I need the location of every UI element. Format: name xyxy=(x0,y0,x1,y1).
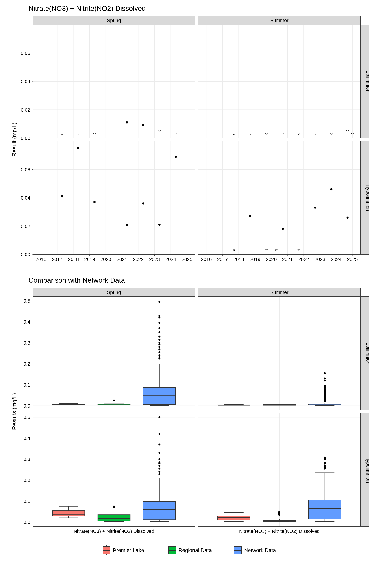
svg-text:0.2: 0.2 xyxy=(23,361,30,367)
svg-point-56 xyxy=(175,156,177,158)
svg-text:Spring: Spring xyxy=(107,18,121,23)
svg-point-53 xyxy=(126,224,128,226)
svg-text:2019: 2019 xyxy=(84,257,95,262)
svg-text:0.00: 0.00 xyxy=(21,252,30,257)
svg-rect-243 xyxy=(98,515,130,521)
svg-text:Regional Data: Regional Data xyxy=(178,547,212,553)
svg-point-50 xyxy=(61,195,63,198)
svg-point-254 xyxy=(158,471,160,473)
svg-text:0.4: 0.4 xyxy=(23,436,30,441)
svg-point-261 xyxy=(158,443,160,445)
svg-point-263 xyxy=(158,416,160,418)
svg-text:Network Data: Network Data xyxy=(244,547,276,553)
svg-point-361 xyxy=(324,458,326,460)
svg-text:0.1: 0.1 xyxy=(23,382,30,388)
svg-point-55 xyxy=(158,224,161,226)
svg-point-253 xyxy=(158,473,160,475)
svg-text:Result (mg/L): Result (mg/L) xyxy=(11,122,17,157)
svg-point-189 xyxy=(113,400,115,401)
svg-point-256 xyxy=(158,465,160,467)
svg-point-201 xyxy=(158,346,160,348)
svg-text:2025: 2025 xyxy=(182,257,192,262)
svg-text:Summer: Summer xyxy=(270,290,288,295)
svg-point-205 xyxy=(158,335,160,337)
svg-point-210 xyxy=(158,315,160,317)
svg-point-323 xyxy=(324,372,326,374)
svg-text:Epilimnion: Epilimnion xyxy=(365,70,369,93)
svg-text:2024: 2024 xyxy=(331,257,341,262)
svg-point-259 xyxy=(158,458,160,460)
svg-point-211 xyxy=(158,301,160,303)
svg-text:2017: 2017 xyxy=(217,257,228,262)
svg-text:Nitrate(NO3) + Nitrite(NO2) Di: Nitrate(NO3) + Nitrite(NO2) Dissolved xyxy=(74,529,154,534)
svg-text:2022: 2022 xyxy=(133,257,144,262)
svg-text:2021: 2021 xyxy=(282,257,293,262)
svg-point-358 xyxy=(324,466,326,468)
legend: Premier LakeRegional DataNetwork Data xyxy=(9,539,369,561)
svg-text:2024: 2024 xyxy=(165,257,176,262)
svg-text:2020: 2020 xyxy=(266,257,276,262)
svg-text:0.1: 0.1 xyxy=(23,498,30,504)
svg-text:2023: 2023 xyxy=(315,257,325,262)
svg-text:Results (mg/L): Results (mg/L) xyxy=(11,393,17,430)
svg-text:2018: 2018 xyxy=(233,257,244,262)
svg-point-362 xyxy=(324,456,326,458)
svg-point-255 xyxy=(158,468,160,470)
svg-text:Epilimnion: Epilimnion xyxy=(365,342,369,364)
svg-point-204 xyxy=(158,339,160,341)
svg-text:0.0: 0.0 xyxy=(23,403,30,409)
svg-point-199 xyxy=(158,351,160,353)
svg-text:2020: 2020 xyxy=(100,257,111,262)
svg-text:0.5: 0.5 xyxy=(23,298,30,304)
svg-text:0.04: 0.04 xyxy=(21,195,30,200)
svg-point-198 xyxy=(158,354,160,356)
svg-point-359 xyxy=(324,464,326,466)
svg-point-202 xyxy=(158,343,160,345)
svg-text:0.06: 0.06 xyxy=(21,51,30,56)
svg-rect-355 xyxy=(309,500,341,519)
svg-point-197 xyxy=(158,356,160,358)
svg-point-360 xyxy=(324,462,326,464)
svg-text:2018: 2018 xyxy=(68,257,79,262)
svg-text:0.06: 0.06 xyxy=(21,167,30,172)
svg-point-209 xyxy=(158,317,160,319)
svg-point-319 xyxy=(324,387,326,389)
svg-point-203 xyxy=(158,342,160,344)
box-title: Comparison with Network Data xyxy=(28,276,369,284)
svg-rect-251 xyxy=(143,502,176,520)
scatter-title: Nitrate(NO3) + Nitrite(NO2) Dissolved xyxy=(28,4,369,13)
svg-point-135 xyxy=(330,188,332,190)
svg-point-321 xyxy=(324,380,326,382)
svg-text:Spring: Spring xyxy=(107,290,121,295)
svg-text:2017: 2017 xyxy=(52,257,63,262)
svg-point-317 xyxy=(324,390,326,392)
svg-rect-340 xyxy=(218,516,250,520)
svg-point-207 xyxy=(158,327,160,329)
svg-text:2023: 2023 xyxy=(149,257,160,262)
svg-text:0.5: 0.5 xyxy=(23,414,30,420)
svg-text:0.3: 0.3 xyxy=(23,340,30,346)
svg-point-54 xyxy=(142,202,144,204)
svg-point-208 xyxy=(158,322,160,324)
svg-text:Summer: Summer xyxy=(270,18,288,23)
svg-text:0.00: 0.00 xyxy=(21,135,30,141)
svg-rect-237 xyxy=(52,510,85,516)
svg-point-133 xyxy=(282,228,284,230)
svg-text:Premier Lake: Premier Lake xyxy=(113,547,144,553)
svg-text:0.02: 0.02 xyxy=(21,224,30,229)
svg-point-134 xyxy=(314,206,316,209)
svg-text:2016: 2016 xyxy=(201,257,212,262)
svg-text:0.04: 0.04 xyxy=(21,79,30,84)
svg-point-262 xyxy=(158,433,160,435)
svg-point-260 xyxy=(158,452,160,454)
scatter-facet-chart: Spring0.000.020.040.060.000.020.040.0620… xyxy=(9,14,369,267)
svg-text:Hypolimnion: Hypolimnion xyxy=(365,184,369,211)
svg-text:0.3: 0.3 xyxy=(23,456,30,462)
svg-text:0.02: 0.02 xyxy=(21,107,30,113)
svg-text:0.2: 0.2 xyxy=(23,478,30,483)
svg-point-51 xyxy=(77,147,80,149)
svg-point-200 xyxy=(158,348,160,350)
svg-text:2025: 2025 xyxy=(347,257,358,262)
svg-point-258 xyxy=(158,461,160,463)
svg-text:2021: 2021 xyxy=(117,257,128,262)
